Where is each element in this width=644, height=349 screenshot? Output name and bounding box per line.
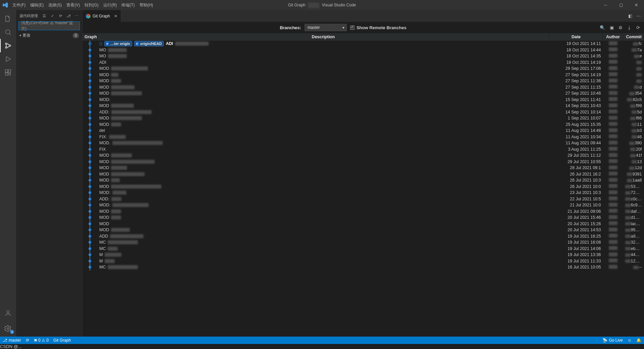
tab-close-icon[interactable]: ✕: [114, 14, 117, 18]
explorer-icon[interactable]: [0, 12, 16, 26]
commit-row[interactable]: FIX:11 Aug 2021 10:3446: [83, 134, 644, 140]
commit-row[interactable]: p…ter originporigin/HEADADI19 Oct 2021 1…: [83, 41, 644, 47]
redacted-text: [111, 85, 135, 89]
head-ring-icon: [99, 42, 102, 45]
changes-section[interactable]: ▾ 更改 0: [16, 32, 82, 39]
gg-fetch-icon[interactable]: ⭳: [627, 25, 632, 30]
commit-row[interactable]: MOD:15 Sep 2021 11:4182c5: [83, 97, 644, 103]
commit-row[interactable]: MC19 Jul 2021 14:06eb3a380: [83, 246, 644, 252]
th-description[interactable]: Description: [97, 33, 549, 41]
close-button[interactable]: ✕: [629, 0, 644, 10]
menu-item[interactable]: 运行(R): [101, 0, 119, 10]
commit-hash-cell: 41f: [623, 152, 644, 159]
commit-row[interactable]: MOD20 Jul 2021 15:46d1b873c: [83, 214, 644, 221]
commit-row[interactable]: ADD:14 Sep 2021 10:145d: [83, 109, 644, 115]
run-debug-icon[interactable]: [0, 52, 16, 66]
menu-item[interactable]: 帮助(H): [137, 0, 156, 10]
commit-row[interactable]: MO18 Oct 2021 14:447a: [83, 47, 644, 53]
date-cell: 29 Jul 2021 10:55: [549, 159, 603, 165]
menu-item[interactable]: 文件(F): [10, 0, 28, 10]
split-editor-icon[interactable]: ◧: [628, 13, 632, 18]
status-problems[interactable]: ✖ 0 ⚠ 0: [34, 338, 49, 343]
author-cell: [603, 171, 623, 178]
menu-item[interactable]: 选择(S): [46, 0, 64, 10]
editor-more-icon[interactable]: ⋯: [636, 13, 641, 18]
commit-hash-cell: 354: [623, 90, 644, 97]
menu-item[interactable]: 终端(T): [119, 0, 137, 10]
commit-row[interactable]: MOD:21 Jul 2021 10:06c9aee: [83, 202, 644, 208]
ref-tag[interactable]: porigin/HEAD: [134, 41, 164, 46]
scm-icon[interactable]: [0, 39, 16, 52]
gg-settings-icon[interactable]: ⚙: [619, 25, 623, 30]
menu-item[interactable]: 转到(G): [82, 0, 101, 10]
settings-gear-icon[interactable]: 1: [0, 322, 16, 335]
commit-row[interactable]: MOD1 Sep 2021 10:07f86: [83, 115, 644, 121]
commit-row[interactable]: M19 Jul 2021 11:33120f82: [83, 258, 644, 264]
maximize-button[interactable]: ▢: [613, 0, 629, 10]
commit-row[interactable]: FIX3 Aug 2021 11:2520f: [83, 146, 644, 153]
commit-row[interactable]: MC19 Jul 2021 16:083276d74: [83, 239, 644, 246]
commit-row[interactable]: MOD.11 Aug 2021 09:44390: [83, 140, 644, 146]
scm-more-icon[interactable]: ⋯: [74, 14, 79, 18]
commit-row[interactable]: M19 Jul 2021 13:3644bdb: [83, 252, 644, 258]
commit-row[interactable]: MOD26 Jul 2021 16:29391: [83, 171, 644, 178]
th-graph[interactable]: Graph: [83, 33, 97, 41]
status-sync[interactable]: ⟳: [26, 338, 29, 343]
minimize-button[interactable]: ─: [598, 0, 613, 10]
show-remote-checkbox[interactable]: Show Remote Branches: [350, 25, 407, 30]
menu-item[interactable]: 编辑(E): [28, 0, 46, 10]
commit-row[interactable]: MOD27 Sep 2021 11:36: [83, 78, 644, 84]
redacted-hash: [625, 204, 631, 207]
th-author[interactable]: Author: [603, 33, 623, 41]
commit-row[interactable]: MO18 Oct 2021 14:35e: [83, 53, 644, 59]
gg-refresh-icon[interactable]: ⟳: [636, 25, 640, 30]
menu-item[interactable]: 查看(V): [64, 0, 82, 10]
commit-row[interactable]: MC16 Jul 2021 10:05--: [83, 264, 644, 270]
account-icon[interactable]: [0, 306, 16, 320]
extensions-icon[interactable]: [0, 66, 16, 79]
status-golive[interactable]: 📡 Go Live: [602, 338, 623, 343]
commit-prefix: MOD: [99, 221, 109, 226]
date-cell: 28 Jul 2021 09:1: [549, 165, 603, 171]
commit-row[interactable]: MOD14 Sep 2021 10:43f99: [83, 103, 644, 109]
commit-row[interactable]: MOD:23 Jul 2021 10:372ae78: [83, 190, 644, 196]
scm-commit-icon[interactable]: ✓: [50, 14, 55, 18]
th-date[interactable]: Date: [549, 33, 603, 41]
scm-refresh-icon[interactable]: ⟳: [58, 14, 63, 18]
redacted-author: [609, 91, 618, 95]
status-branch[interactable]: ⎇ master: [3, 338, 21, 343]
scm-tree-icon[interactable]: ☰: [42, 14, 47, 18]
redacted-hash: [630, 154, 636, 157]
commit-row[interactable]: MOD26 Jul 2021 10:31aa8: [83, 177, 644, 184]
commit-message-input[interactable]: 消息(Ctrl+Enter 在"master"提交): [19, 22, 79, 30]
commit-row[interactable]: MOD26 Jul 2021 10:053b92: [83, 184, 644, 190]
gg-search-icon[interactable]: 🔍: [600, 25, 605, 30]
tab-git-graph[interactable]: Git Graph ✕: [83, 10, 121, 22]
commit-row[interactable]: MOD28 Jul 2021 09:112d: [83, 165, 644, 171]
gg-terminal-icon[interactable]: ▣: [610, 25, 614, 30]
redacted-author: [609, 240, 618, 244]
commit-row[interactable]: MOD20 Jul 2021 14:5395b1eb2: [83, 227, 644, 233]
commit-row[interactable]: ADI18 Oct 2021 14:19: [83, 59, 644, 66]
branch-select[interactable]: master: [305, 24, 347, 31]
commit-row[interactable]: del11 Aug 2021 14:48b3: [83, 128, 644, 134]
commit-row[interactable]: ADD19 Jul 2021 16:25a9b82a8: [83, 233, 644, 240]
scm-branch-icon[interactable]: ⎇: [66, 14, 71, 18]
commit-row[interactable]: MOD20 Jul 2021 15:26lacb94c: [83, 221, 644, 227]
search-icon[interactable]: [0, 26, 16, 39]
ref-tag[interactable]: p…ter origin: [104, 41, 132, 46]
commit-row[interactable]: MOD25 Aug 2021 15:3511: [83, 121, 644, 128]
commit-row[interactable]: MOD27 Sep 2021 14:19: [83, 72, 644, 78]
status-feedback-icon[interactable]: ☺: [628, 338, 632, 343]
commit-hash-cell: 95b1eb2: [623, 227, 644, 233]
commit-row[interactable]: MOD29 Sep 2021 17:06: [83, 65, 644, 72]
status-bell-icon[interactable]: 🔔: [636, 338, 641, 343]
status-gitgraph[interactable]: Git Graph: [53, 338, 71, 343]
commit-row[interactable]: MOD29 Jul 2021 11:1241f: [83, 152, 644, 159]
commit-row[interactable]: MOD27 Sep 2021 11:15d: [83, 84, 644, 91]
th-commit[interactable]: Commit: [623, 33, 644, 41]
commit-row[interactable]: MOD27 Sep 2021 10:46354: [83, 90, 644, 97]
commit-row[interactable]: MOD21 Jul 2021 09:06dafc15: [83, 208, 644, 215]
commit-row[interactable]: MOD29 Jul 2021 10:5513: [83, 159, 644, 165]
commit-row[interactable]: ADD: 22 Jul 2021 10:5c0c7c0: [83, 196, 644, 202]
